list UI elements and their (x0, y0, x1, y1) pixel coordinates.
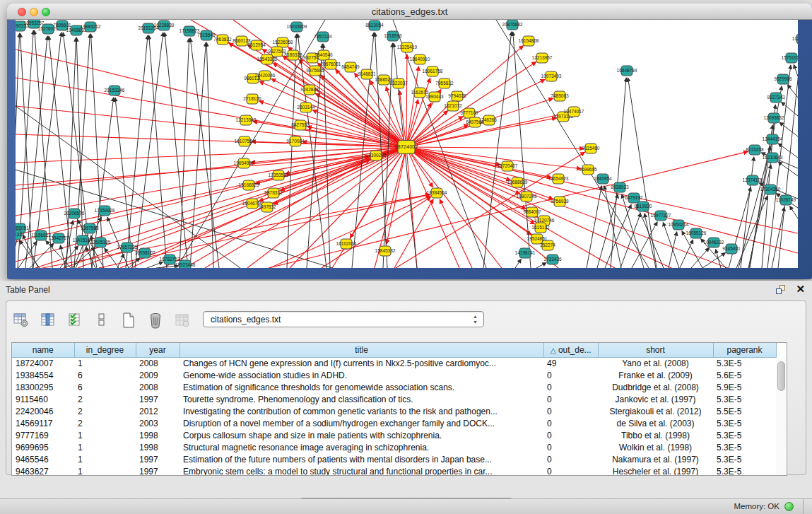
graph-node[interactable]: 9146821 (358, 69, 376, 79)
graph-node[interactable]: 8215358 (746, 145, 764, 155)
graph-node[interactable]: 12444154 (763, 134, 783, 144)
graph-node[interactable]: 9699695 (579, 165, 597, 175)
graph-node[interactable]: 9329966 (774, 74, 792, 84)
graph-node[interactable]: 1218596 (384, 31, 402, 41)
graph-node[interactable]: 7485063 (551, 91, 569, 101)
graph-node[interactable]: 252274 (540, 240, 555, 250)
table-vertical-scrollbar[interactable] (776, 358, 786, 475)
graph-node[interactable]: 1615132 (531, 223, 550, 233)
graph-node[interactable]: 15166825 (239, 180, 259, 190)
graph-node[interactable]: 16033809 (287, 22, 307, 32)
column-header-pagerank[interactable]: pagerank (713, 343, 776, 357)
graph-node[interactable]: 15751074 (782, 53, 798, 63)
graph-node[interactable]: 15226058 (273, 37, 293, 47)
column-header-out_degree[interactable]: △out_de... (543, 343, 598, 357)
graph-node[interactable]: 1621072 (444, 101, 462, 111)
float-panel-icon[interactable] (775, 284, 787, 296)
column-header-title[interactable]: title (180, 343, 543, 357)
table-row[interactable]: 946362711997Embryonic stem cells: a mode… (12, 465, 776, 476)
graph-node[interactable]: 9884067 (523, 207, 541, 217)
table-settings-icon[interactable] (12, 311, 30, 329)
window-titlebar[interactable]: citations_edges.txt (7, 4, 812, 20)
memory-status-indicator[interactable] (784, 502, 794, 511)
column-select-icon[interactable] (39, 311, 57, 329)
graph-node[interactable]: 1990443 (425, 92, 444, 102)
graph-node[interactable]: 13942757 (49, 233, 69, 243)
graph-node[interactable]: 3911334 (16, 230, 25, 240)
table-row[interactable]: 2242004622012Investigating the contribut… (12, 405, 776, 417)
table-row[interactable]: 1872400712008Changes of HCN gene express… (12, 357, 776, 369)
graph-node[interactable]: 11239812 (792, 34, 798, 44)
row-mode-icon[interactable] (93, 311, 111, 329)
column-header-short[interactable]: short (598, 343, 713, 357)
graph-node[interactable]: 9227343 (767, 93, 785, 103)
scrollbar-thumb[interactable] (777, 361, 785, 391)
graph-node[interactable]: 17304350 (760, 185, 781, 194)
graph-node[interactable]: 11325419 (397, 42, 418, 52)
new-column-icon[interactable] (119, 311, 138, 329)
graph-node[interactable]: 9375685 (306, 66, 324, 76)
graph-node[interactable]: 14196141 (515, 248, 536, 258)
network-canvas[interactable]: 1872400711325419186409101696175879558129… (16, 20, 798, 268)
column-header-in_degree[interactable]: in_degree (74, 343, 136, 357)
table-row[interactable]: 977716911998Corpus callosum shape and si… (12, 429, 776, 441)
graph-node[interactable]: 16154808 (519, 36, 539, 46)
check-columns-icon[interactable] (66, 311, 84, 329)
graph-node[interactable]: 12093832 (764, 113, 784, 123)
graph-node[interactable]: 12213343 (236, 115, 257, 125)
graph-node[interactable]: 9245401 (722, 244, 741, 254)
table-row[interactable]: 1938455462009Genome-wide association stu… (12, 369, 776, 381)
column-header-year[interactable]: year (136, 343, 180, 357)
table-row[interactable]: 911546021997Tourette syndrome. Phenomeno… (12, 393, 776, 405)
svg-text:2718126: 2718126 (243, 96, 261, 101)
graph-node[interactable]: 5878312 (264, 188, 283, 198)
graph-node[interactable]: 12374105 (743, 175, 763, 185)
graph-node[interactable]: 7955812 (435, 78, 454, 88)
graph-node[interactable]: 9497832 (258, 202, 276, 212)
graph-node[interactable]: 16977327 (651, 211, 671, 221)
table-row[interactable]: 1456911722003Disruption of a novel membe… (12, 417, 776, 429)
graph-node[interactable]: 9115460 (582, 144, 600, 153)
window-title: citations_edges.txt (7, 6, 812, 17)
graph-node[interactable]: 8938923 (611, 182, 629, 192)
graph-node[interactable]: 16055126 (686, 228, 707, 238)
graph-node[interactable]: 1840954 (594, 174, 612, 184)
graph-node[interactable]: 17359928 (95, 206, 115, 216)
graph-node[interactable]: 2803144 (297, 103, 315, 112)
graph-node[interactable]: 9756928 (551, 197, 569, 206)
graph-node[interactable]: 18724007 (394, 141, 418, 154)
cell-year: 1998 (136, 429, 180, 441)
svg-text:16958107: 16958107 (135, 250, 155, 255)
column-header-name[interactable]: name (12, 343, 74, 357)
graph-node[interactable]: 16107554 (235, 136, 255, 146)
graph-node[interactable]: 18640910 (410, 54, 430, 64)
graph-node[interactable]: 7515546 (197, 30, 216, 40)
graph-node[interactable]: 9619920 (634, 201, 652, 211)
graph-node[interactable]: 11026749 (776, 195, 796, 205)
graph-node[interactable]: 16648784 (617, 66, 637, 76)
delete-column-icon[interactable] (146, 311, 165, 329)
graph-node[interactable]: 9794028 (448, 91, 466, 101)
graph-node[interactable]: 8454749 (341, 62, 360, 72)
table-row[interactable]: 1830029562008Estimation of significance … (12, 381, 776, 393)
graph-node[interactable]: 20876882 (502, 20, 523, 30)
graph-node[interactable]: 8813054 (365, 21, 384, 30)
graph-edge (669, 232, 677, 268)
graph-node[interactable]: 7857224 (314, 32, 332, 42)
table-row[interactable]: 969969511998Structural magnetic resonanc… (12, 441, 776, 453)
graph-node[interactable]: 746266 (481, 115, 497, 125)
graph-node[interactable]: 16958107 (135, 248, 155, 258)
graph-node[interactable]: 18807249 (517, 192, 537, 201)
graph-node[interactable]: 10954214 (669, 220, 689, 230)
svg-text:16543382: 16543382 (257, 57, 278, 62)
table-row[interactable]: 946554611997Estimation of the future num… (12, 453, 776, 465)
cell-out_degree: 0 (543, 405, 598, 417)
graph-node[interactable]: 16543382 (257, 54, 278, 64)
table-source-dropdown[interactable]: citations_edges.txt ▲▼ (203, 311, 484, 327)
graph-node[interactable]: 9170084 (286, 136, 305, 146)
graph-node[interactable]: 16961758 (423, 66, 443, 76)
graph-node[interactable]: 2718126 (243, 94, 261, 104)
close-panel-icon[interactable]: ✕ (796, 283, 805, 296)
svg-text:9375685: 9375685 (306, 68, 324, 73)
graph-node[interactable]: 12213957 (532, 53, 553, 63)
